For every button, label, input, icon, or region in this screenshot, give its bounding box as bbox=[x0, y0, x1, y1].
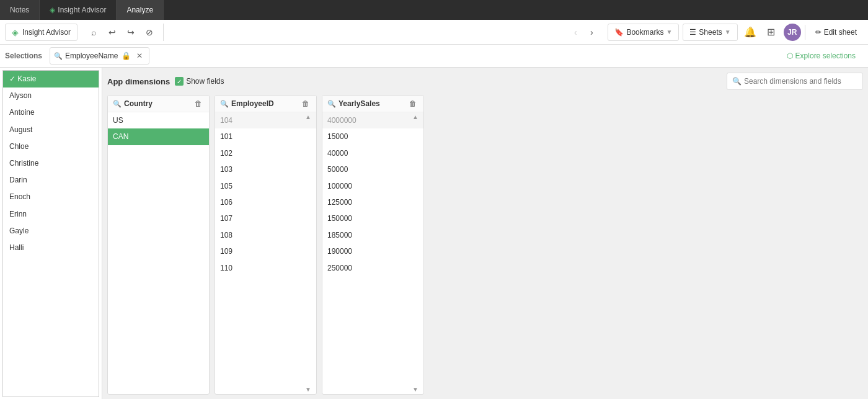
insight-icon: ◈ bbox=[12, 27, 19, 37]
tab-analyze[interactable]: Analyze bbox=[117, 0, 164, 20]
employeeid-item-106[interactable]: 106 bbox=[215, 194, 316, 210]
nav-items: ‹ › bbox=[568, 25, 599, 40]
insight-advisor-button[interactable]: ◈ Insight Advisor bbox=[5, 24, 78, 41]
clear-all-selections-button[interactable]: ⊘ bbox=[141, 24, 158, 41]
employee-dropdown-list[interactable]: ✓ Kasie Alyson Antoine August Chloe Chri… bbox=[2, 70, 99, 397]
country-card-header: 🔍 Country 🗑 bbox=[108, 96, 209, 112]
employee-item-darin[interactable]: Darin bbox=[3, 172, 99, 189]
nav-next-button[interactable]: › bbox=[584, 25, 599, 40]
employeeid-item-103[interactable]: 103 bbox=[215, 161, 316, 177]
chevron-right-icon: › bbox=[590, 27, 593, 37]
yearlysales-title: YearlySales bbox=[339, 99, 405, 108]
tab-bar: Notes ◈ Insight Advisor Analyze bbox=[0, 0, 868, 20]
yearlysales-item-15000[interactable]: 15000 bbox=[322, 128, 423, 145]
bottom-header: App dimensions ✓ Show fields 🔍 bbox=[107, 73, 863, 90]
employeename-lock-button[interactable]: 🔒 bbox=[120, 50, 131, 61]
country-card-body: US CAN bbox=[108, 112, 209, 394]
employee-item-august[interactable]: August bbox=[3, 122, 99, 138]
employee-item-enoch[interactable]: Enoch bbox=[3, 189, 99, 205]
sheets-button[interactable]: ☰ Sheets ▼ bbox=[683, 24, 737, 41]
edit-sheet-button[interactable]: ✏ Edit sheet bbox=[809, 24, 863, 41]
selections-header: Selections 🔍 EmployeeName 🔒 ✕ ⬡ Explore … bbox=[0, 45, 868, 68]
bell-icon: 🔔 bbox=[744, 26, 756, 38]
show-fields-check: ✓ bbox=[175, 77, 184, 86]
tab-notes[interactable]: Notes bbox=[0, 0, 40, 20]
employeename-selection[interactable]: 🔍 EmployeeName 🔒 ✕ bbox=[50, 47, 149, 65]
bookmark-icon: 🔖 bbox=[614, 28, 624, 37]
employeeid-item-102[interactable]: 102 bbox=[215, 145, 316, 161]
main-content: ✓ Kasie Alyson Antoine August Chloe Chri… bbox=[0, 68, 868, 399]
employeename-search-icon: 🔍 bbox=[54, 52, 63, 60]
yearlysales-item-150000[interactable]: 150000 bbox=[322, 210, 423, 226]
country-delete-icon: 🗑 bbox=[195, 99, 202, 108]
notifications-button[interactable]: 🔔 bbox=[742, 24, 759, 41]
employee-item-kasie[interactable]: ✓ Kasie bbox=[3, 71, 99, 87]
selection-back-button[interactable]: ↩ bbox=[104, 24, 121, 41]
employeeid-card: 🔍 EmployeeID 🗑 104 101 102 103 105 106 1… bbox=[215, 95, 317, 395]
employeeid-search-icon: 🔍 bbox=[220, 100, 229, 108]
employeeid-item-108[interactable]: 108 bbox=[215, 227, 316, 243]
employeeid-delete-button[interactable]: 🗑 bbox=[300, 98, 311, 109]
explore-selections-button[interactable]: ⬡ Explore selections bbox=[779, 47, 863, 65]
bottom-area: App dimensions ✓ Show fields 🔍 🔍 Country… bbox=[102, 68, 868, 399]
undo-icon: ↩ bbox=[108, 27, 116, 37]
apps-button[interactable]: ⊞ bbox=[763, 24, 780, 41]
bookmarks-button[interactable]: 🔖 Bookmarks ▼ bbox=[608, 24, 679, 41]
employee-item-christine[interactable]: Christine bbox=[3, 155, 99, 172]
employeename-clear-button[interactable]: ✕ bbox=[134, 50, 145, 61]
yearlysales-item-125000[interactable]: 125000 bbox=[322, 194, 423, 210]
yearlysales-item-100000[interactable]: 100000 bbox=[322, 178, 423, 194]
yearlysales-delete-button[interactable]: 🗑 bbox=[407, 98, 418, 109]
employee-item-alyson[interactable]: Alyson bbox=[3, 87, 99, 104]
smart-search-icon: ⌕ bbox=[91, 27, 96, 37]
sheets-chevron-icon: ▼ bbox=[725, 29, 731, 35]
toolbar: ◈ Insight Advisor ⌕ ↩ ↪ ⊘ ‹ › 🔖 Bookmar bbox=[0, 20, 868, 45]
tab-insight-advisor[interactable]: ◈ Insight Advisor bbox=[40, 0, 117, 20]
employeeid-item-110[interactable]: 110 bbox=[215, 260, 316, 276]
employee-item-antoine[interactable]: Antoine bbox=[3, 104, 99, 121]
nav-prev-button[interactable]: ‹ bbox=[568, 25, 583, 40]
yearlysales-item-40000[interactable]: 40000 bbox=[322, 145, 423, 161]
grid-icon: ⊞ bbox=[767, 26, 775, 38]
selection-tools-group: ⌕ ↩ ↪ ⊘ bbox=[85, 24, 164, 41]
yearlysales-item-185000[interactable]: 185000 bbox=[322, 227, 423, 243]
country-list[interactable]: US CAN bbox=[108, 112, 209, 394]
smart-search-button[interactable]: ⌕ bbox=[85, 24, 102, 41]
dimension-cards-container: 🔍 Country 🗑 US CAN 🔍 Employee bbox=[107, 95, 863, 395]
selection-forward-button[interactable]: ↪ bbox=[122, 24, 140, 41]
search-dimensions-input[interactable] bbox=[744, 77, 857, 86]
country-item-us[interactable]: US bbox=[108, 112, 209, 128]
employee-item-chloe[interactable]: Chloe bbox=[3, 138, 99, 155]
yearlysales-item-50000[interactable]: 50000 bbox=[322, 161, 423, 177]
employee-item-halli[interactable]: Halli bbox=[3, 240, 99, 256]
yearlysales-item-4000000[interactable]: 4000000 bbox=[322, 112, 423, 128]
employeeid-card-header: 🔍 EmployeeID 🗑 bbox=[215, 96, 316, 112]
user-avatar[interactable]: JR bbox=[784, 24, 801, 41]
country-delete-button[interactable]: 🗑 bbox=[193, 98, 204, 109]
sheets-icon: ☰ bbox=[689, 28, 696, 37]
country-item-can[interactable]: CAN bbox=[108, 128, 209, 145]
country-title: Country bbox=[124, 99, 190, 108]
employee-item-erinn[interactable]: Erinn bbox=[3, 206, 99, 223]
yearlysales-item-190000[interactable]: 190000 bbox=[322, 243, 423, 259]
yearlysales-delete-icon: 🗑 bbox=[409, 99, 417, 108]
search-dimensions-icon: 🔍 bbox=[732, 77, 742, 86]
yearlysales-item-250000[interactable]: 250000 bbox=[322, 260, 423, 276]
yearlysales-card-header: 🔍 YearlySales 🗑 bbox=[322, 96, 423, 112]
show-fields-label: Show fields bbox=[186, 77, 224, 86]
employeeid-item-107[interactable]: 107 bbox=[215, 210, 316, 226]
lock-icon: 🔒 bbox=[122, 52, 131, 60]
country-card: 🔍 Country 🗑 US CAN bbox=[107, 95, 210, 395]
insight-advisor-icon: ◈ bbox=[50, 6, 55, 14]
explore-icon: ⬡ bbox=[787, 52, 793, 60]
yearlysales-list[interactable]: 4000000 15000 40000 50000 100000 125000 … bbox=[322, 112, 423, 394]
employeeid-item-101[interactable]: 101 bbox=[215, 128, 316, 145]
show-fields-toggle[interactable]: ✓ Show fields bbox=[175, 77, 224, 86]
search-dimensions-input-container[interactable]: 🔍 bbox=[727, 73, 863, 90]
employeeid-item-104[interactable]: 104 bbox=[215, 112, 316, 128]
employeeid-item-105[interactable]: 105 bbox=[215, 178, 316, 194]
employeeid-item-109[interactable]: 109 bbox=[215, 243, 316, 259]
employeeid-list[interactable]: 104 101 102 103 105 106 107 108 109 110 bbox=[215, 112, 316, 394]
yearlysales-search-icon: 🔍 bbox=[327, 100, 336, 108]
employee-item-gayle[interactable]: Gayle bbox=[3, 223, 99, 240]
